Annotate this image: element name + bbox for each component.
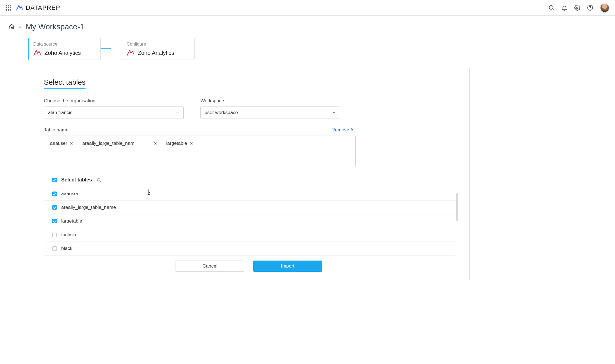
app-name: DATAPREP [26, 4, 60, 11]
tag-label: aaauser [50, 141, 67, 146]
workspace-label: Workspace [200, 98, 340, 104]
step-source-name: Zoho Analytics [44, 50, 81, 56]
scrollbar[interactable] [456, 193, 458, 221]
zoho-analytics-icon [127, 49, 134, 56]
tag-label: largetable [166, 141, 187, 146]
chevron-right-icon: ▸ [20, 25, 21, 29]
app-logo[interactable]: DATAPREP [16, 4, 60, 11]
step-source-name: Zoho Analytics [138, 50, 174, 56]
apps-launcher-icon[interactable] [6, 5, 11, 11]
avatar[interactable] [600, 3, 609, 13]
tag-chip: largetable ✕ [163, 139, 196, 148]
search-icon[interactable] [96, 178, 101, 183]
row-label: black [61, 246, 72, 251]
step-label: Configure [127, 42, 190, 47]
workspace-field: Workspace user workspace [200, 98, 340, 119]
bell-icon[interactable] [561, 5, 567, 11]
row-label: areally_large_table_name [61, 205, 116, 210]
close-icon[interactable]: ✕ [70, 141, 73, 146]
import-button[interactable]: Import [253, 261, 322, 272]
tag-chip: aaauser ✕ [47, 139, 76, 148]
svg-line-6 [100, 181, 101, 182]
header-right [548, 3, 609, 13]
zoho-analytics-icon [33, 49, 41, 56]
workspace-value: user workspace [205, 110, 238, 115]
close-icon[interactable]: ✕ [190, 141, 193, 146]
row-checkbox[interactable] [52, 219, 57, 223]
select-all-checkbox[interactable] [52, 178, 57, 182]
table-list-body: aaauser areally_large_table_name largeta… [44, 187, 455, 256]
svg-point-0 [549, 5, 553, 9]
step-label: Data source [33, 42, 96, 47]
close-icon[interactable]: ✕ [154, 141, 157, 146]
row-checkbox[interactable] [52, 205, 57, 210]
remove-all-link[interactable]: Remove All [332, 127, 356, 133]
footer-buttons: Cancel Import [93, 261, 405, 272]
cursor-icon [146, 189, 152, 195]
trailing-line [206, 49, 223, 49]
cancel-button[interactable]: Cancel [176, 261, 244, 272]
table-name-section: Table name Remove All aaauser ✕ areally_… [44, 127, 454, 167]
tag-label: areally_large_table_nam [82, 141, 134, 146]
step-card-data-source[interactable]: Data source Zoho Analytics [28, 38, 101, 60]
svg-point-4 [590, 9, 590, 9]
row-checkbox[interactable] [52, 192, 57, 196]
app-header: DATAPREP [0, 0, 615, 16]
gear-icon[interactable] [574, 5, 580, 11]
svg-point-2 [576, 7, 578, 9]
row-checkbox[interactable] [52, 233, 57, 237]
help-icon[interactable] [587, 5, 593, 11]
row-checkbox[interactable] [52, 246, 57, 251]
home-icon[interactable] [8, 23, 15, 30]
breadcrumb: ▸ My Workspace-1 [8, 22, 467, 31]
dataprep-logo-icon [16, 4, 23, 11]
step-source: Zoho Analytics [127, 49, 190, 56]
table-row[interactable]: black [44, 242, 455, 256]
table-list-title: Select tables [61, 177, 92, 183]
panel-title: Select tables [44, 78, 86, 89]
org-value: alan.francis [48, 110, 72, 115]
tags-input[interactable]: aaauser ✕ areally_large_table_nam ✕ larg… [44, 136, 356, 167]
table-row[interactable]: aaauser [44, 187, 455, 201]
header-left: DATAPREP [6, 4, 60, 11]
svg-line-1 [553, 9, 554, 10]
tag-chip: areally_large_table_nam ✕ [79, 139, 160, 148]
chevron-down-icon [332, 111, 336, 115]
workspace-select[interactable]: user workspace [200, 107, 340, 119]
step-source: Zoho Analytics [33, 49, 96, 56]
org-field: Choose the organisation alan.francis [44, 98, 184, 119]
chevron-down-icon [176, 111, 179, 115]
row-label: fuchsia [61, 232, 76, 238]
workspace-title[interactable]: My Workspace-1 [26, 22, 84, 31]
row-label: aaauser [61, 191, 78, 197]
step-card-configure[interactable]: Configure Zoho Analytics [122, 38, 195, 60]
row-label: largetable [61, 218, 82, 224]
connector-line [101, 48, 111, 49]
table-name-label: Table name [44, 127, 68, 133]
table-row[interactable]: areally_large_table_name [44, 201, 455, 214]
table-list: Select tables aaauser areally_large_tabl… [44, 175, 455, 256]
table-list-header: Select tables [44, 175, 455, 187]
table-row[interactable]: fuchsia [44, 228, 455, 242]
org-select[interactable]: alan.francis [44, 107, 184, 119]
step-cards: Data source Zoho Analytics Configure Zoh… [28, 38, 467, 60]
search-icon[interactable] [548, 5, 555, 11]
config-panel: Select tables Choose the organisation al… [28, 68, 470, 281]
org-label: Choose the organisation [44, 98, 184, 104]
table-row[interactable]: largetable [44, 214, 455, 228]
